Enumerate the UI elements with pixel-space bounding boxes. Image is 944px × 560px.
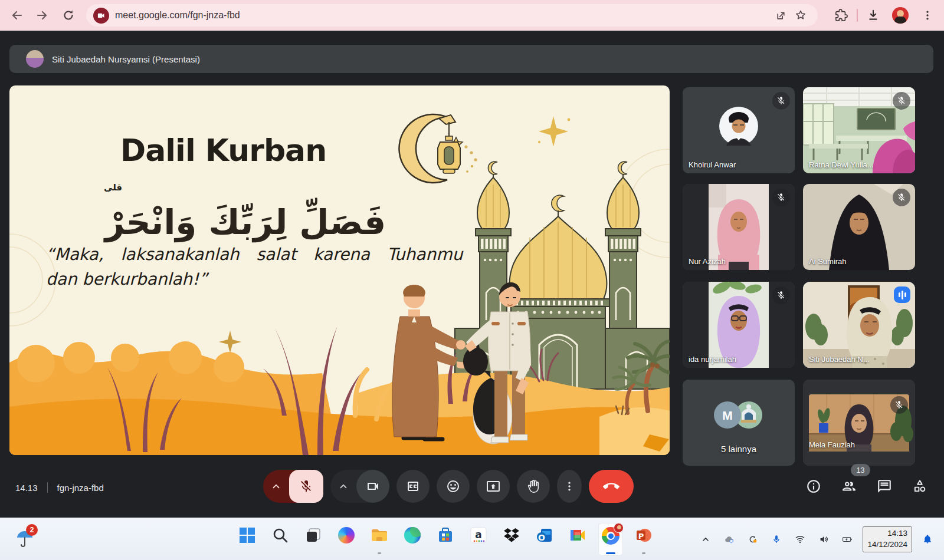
participant-count-badge: 13 <box>851 464 870 476</box>
windows-taskbar: 2 a <box>0 518 944 560</box>
quote-line-1: “Maka, laksanakanlah salat karena Tuhanm… <box>46 245 464 264</box>
mic-off-icon <box>890 396 908 414</box>
open-in-new-icon[interactable] <box>771 5 791 25</box>
edge-browser-icon[interactable] <box>400 523 425 556</box>
presenter-avatar <box>26 50 44 68</box>
participant-tile-ida-nurjamilah[interactable]: ida nurjamilah <box>683 282 795 368</box>
presenter-name: Siti Jubaedah Nursyamsi (Presentasi) <box>52 54 200 64</box>
speaking-indicator-icon <box>894 286 910 303</box>
wifi-icon[interactable] <box>792 528 808 551</box>
call-controls <box>263 470 634 503</box>
profile-avatar[interactable] <box>889 4 912 27</box>
notification-bell-icon[interactable] <box>919 528 936 551</box>
participant-name: Ai Sumirah <box>809 257 847 266</box>
reload-icon[interactable] <box>57 4 80 27</box>
camera-button[interactable] <box>356 470 389 503</box>
task-view-icon[interactable] <box>301 523 326 556</box>
more-options-button[interactable] <box>557 470 582 503</box>
slide-title: Dalil Kurban <box>120 133 326 168</box>
mic-off-icon <box>893 189 910 206</box>
outlook-icon[interactable]: O <box>532 523 557 556</box>
mic-options-chevron-icon[interactable] <box>263 470 289 503</box>
copilot-icon[interactable] <box>334 523 359 556</box>
participant-tile-khoirul-anwar[interactable]: Khoirul Anwar <box>683 87 795 173</box>
participant-name: ida nurjamilah <box>689 355 736 364</box>
end-call-button[interactable] <box>589 470 634 503</box>
svg-text:P: P <box>638 532 644 541</box>
weather-alert-badge: 2 <box>26 524 38 536</box>
overflow-count-label: 5 lainnya <box>683 444 795 454</box>
participant-tile-ai-sumirah[interactable]: Ai Sumirah <box>803 184 915 270</box>
participant-tile-others[interactable]: M 5 lainnya <box>683 380 795 466</box>
activities-button[interactable] <box>909 470 931 503</box>
volume-icon[interactable] <box>815 528 832 551</box>
participant-tile-mela-fauziah[interactable]: Mela Fauziah <box>803 380 915 466</box>
panel-controls: 13 <box>802 470 931 503</box>
google-meet-icon[interactable] <box>565 523 590 556</box>
powerpoint-icon[interactable]: P <box>631 523 656 556</box>
url-text[interactable]: meet.google.com/fgn-jnza-fbd <box>115 10 771 21</box>
taskbar-date: 14/12/2024 <box>867 539 907 551</box>
camera-options-chevron-icon[interactable] <box>330 470 356 503</box>
chrome-icon[interactable] <box>598 523 623 556</box>
captions-button[interactable] <box>396 470 430 503</box>
present-screen-button[interactable] <box>477 470 510 503</box>
system-tray: 14:13 14/12/2024 <box>697 518 944 560</box>
meeting-details-button[interactable] <box>802 470 825 503</box>
extensions-puzzle-icon[interactable] <box>830 4 853 27</box>
quote-line-2: dan berkurbanlah!” <box>46 269 209 289</box>
mic-off-icon <box>772 189 790 206</box>
battery-icon[interactable] <box>839 528 856 551</box>
participant-name: Nur Azizah <box>689 257 726 266</box>
chat-panel-button[interactable] <box>873 470 896 503</box>
arabic-verse: فَصَلِّ لِرَبِّكَ وَانْحَرْ <box>103 197 386 243</box>
microsoft-store-icon[interactable] <box>433 523 458 556</box>
amazon-icon[interactable]: a <box>466 523 491 556</box>
svg-text:a: a <box>475 529 481 541</box>
participant-name: Ratna Dewi Yulia... <box>809 160 874 169</box>
onedrive-icon[interactable] <box>721 528 738 551</box>
participant-name: Siti Jubaedah N... <box>809 355 870 364</box>
svg-text:O: O <box>538 533 545 542</box>
mic-off-icon <box>772 92 790 110</box>
arabic-stop-mark: قلى <box>104 182 122 193</box>
weather-widget[interactable]: 2 <box>11 526 39 552</box>
tray-mic-icon[interactable] <box>768 528 785 551</box>
mic-muted-button[interactable] <box>289 470 323 503</box>
meeting-code: fgn-jnza-fbd <box>57 483 104 493</box>
update-restart-icon[interactable] <box>745 528 761 551</box>
meeting-clock: 14.13 <box>15 483 38 493</box>
mic-off-icon <box>772 286 790 304</box>
url-bar[interactable]: meet.google.com/fgn-jnza-fbd <box>86 4 818 27</box>
back-icon[interactable] <box>5 4 28 27</box>
reactions-button[interactable] <box>437 470 470 503</box>
mic-off-icon <box>893 92 910 110</box>
forward-icon[interactable] <box>31 4 54 27</box>
tray-chevron-icon[interactable] <box>697 528 714 551</box>
participant-tile-ratna-dewi[interactable]: Ratna Dewi Yulia... <box>803 87 915 173</box>
dropbox-icon[interactable] <box>499 523 524 556</box>
people-panel-button[interactable]: 13 <box>838 470 860 503</box>
file-explorer-icon[interactable] <box>367 523 392 556</box>
camera-permission-icon[interactable] <box>93 8 109 24</box>
participant-tile-siti-jubaedah[interactable]: Siti Jubaedah N... <box>803 282 915 368</box>
raise-hand-button[interactable] <box>517 470 550 503</box>
bookmark-star-icon[interactable] <box>791 5 811 25</box>
screen: meet.google.com/fgn-jnza-fbd <box>0 0 944 560</box>
browser-toolbar: meet.google.com/fgn-jnza-fbd <box>0 0 944 31</box>
presented-slide: Dalil Kurban قلى فَصَلِّ لِرَبِّكَ وَانْ… <box>9 85 670 455</box>
search-icon[interactable] <box>268 523 293 556</box>
participant-name: Mela Fauziah <box>809 440 855 449</box>
toolbar-divider <box>857 9 858 22</box>
taskbar-clock[interactable]: 14:13 14/12/2024 <box>863 526 912 552</box>
participant-tile-nur-azizah[interactable]: Nur Azizah <box>683 184 795 270</box>
crescent-lantern-illustration <box>399 114 477 183</box>
participant-name: Khoirul Anwar <box>689 160 736 169</box>
taskbar-apps: a O P <box>235 523 656 556</box>
presentation-banner[interactable]: Siti Jubaedah Nursyamsi (Presentasi) <box>9 45 933 73</box>
divider <box>47 482 48 493</box>
taskbar-time: 14:13 <box>867 528 907 539</box>
start-button[interactable] <box>235 523 260 556</box>
browser-menu-icon[interactable] <box>916 4 939 27</box>
download-icon[interactable] <box>861 4 885 27</box>
